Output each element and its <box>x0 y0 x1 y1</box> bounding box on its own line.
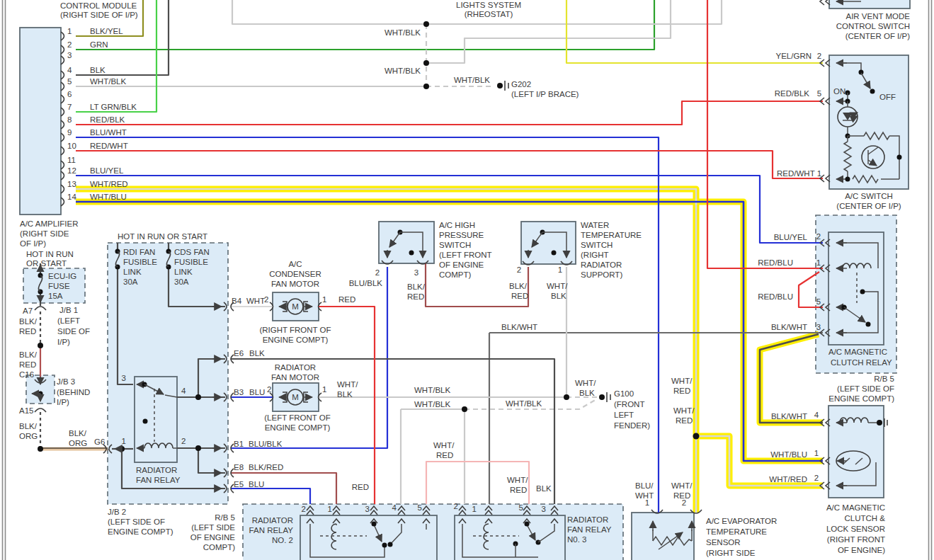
label-blkred-b1: BLK/ <box>509 282 528 290</box>
label-g100-4: FENDER) <box>614 421 650 430</box>
label-e8: E8 <box>234 463 244 472</box>
label-rdi-2: FUSIBLE <box>123 258 157 266</box>
label-whtblk-d2: BLK <box>337 390 353 399</box>
label-fanrelay-2: FAN RELAY <box>136 476 181 484</box>
label-blublk-lbl: BLU/BLK <box>349 279 383 287</box>
label-cr-name1: A/C MAGNETIC <box>828 348 887 356</box>
label-rb5l-2: (LEFT SIDE <box>191 523 235 532</box>
label-r3-p5: 5 <box>519 503 523 512</box>
module-pin-number-7: 7 <box>67 103 72 111</box>
label-cds-1: CDS FAN <box>174 248 210 256</box>
label-r3-p1: 1 <box>472 505 477 513</box>
label-whtblk-h: WHT/BLK <box>506 399 542 408</box>
label-a15: A15 <box>19 406 33 415</box>
label-r3-p3: 3 <box>542 505 546 513</box>
label-rad-m: M <box>292 393 299 401</box>
label-a7: A7 <box>23 307 33 315</box>
label-evap-3: SENSOR <box>706 538 741 547</box>
label-cr-p5: 5 <box>816 297 821 306</box>
label-hp-2: PRESSURE <box>439 231 484 239</box>
label-b3-blu: BLU <box>249 388 265 396</box>
label-fr-p1: 1 <box>122 437 126 445</box>
label-jb3-1: J/B 3 <box>57 377 75 386</box>
label-whtblk-d1: WHT/ <box>337 380 358 389</box>
label-rb5l-4: COMPT) <box>203 543 236 552</box>
label-whtblk-i2: BLK <box>579 389 595 397</box>
wiring-diagram-page: CONTROL MODULE(RIGHT SIDE OF I/P)LIGHTS … <box>0 0 934 560</box>
label-bluyel: BLU/YEL <box>774 233 808 241</box>
label-g6: G6 <box>94 438 105 446</box>
module-pin-label-14: WHT/BLU <box>90 193 127 201</box>
module-pin-number-1: 1 <box>67 27 72 35</box>
g100-ground-icon <box>599 394 605 400</box>
label-control-module-1: CONTROL MODULE <box>60 1 137 10</box>
label-c16: C16 <box>19 370 34 379</box>
label-rad-loc2: ENGINE COMPT) <box>265 423 331 432</box>
module-pin-number-13: 13 <box>67 180 76 188</box>
module-pin-label-9: BLU/WHT <box>90 128 127 137</box>
label-whtblk-e1: WHT/ <box>547 282 568 290</box>
label-cond-p1: 1 <box>322 295 326 304</box>
label-rad-loc1: (LEFT FRONT OF <box>264 413 331 422</box>
wiring-diagram-canvas: CONTROL MODULE(RIGHT SIDE OF I/P)LIGHTS … <box>0 0 934 560</box>
label-relay2-1: RADIATOR <box>252 516 293 525</box>
label-whtred-b2: RED <box>676 416 693 425</box>
label-blkwht-lbl2: BLK/WHT <box>771 323 807 331</box>
ac-switch-box <box>829 55 909 189</box>
wire-blk-wht-hl <box>760 334 823 423</box>
label-blkred-a1: BLK/ <box>407 282 426 291</box>
label-whtred-c2: RED <box>436 451 453 459</box>
label-cond-m: M <box>292 302 299 311</box>
label-yelgrn: YEL/GRN <box>776 52 812 60</box>
module-pin-label-7: LT GRN/BLK <box>90 103 137 111</box>
label-g202-loc: (LEFT I/P BRACE) <box>511 90 579 98</box>
label-evap-4: (RIGHT SIDE <box>706 549 756 557</box>
label-acamp-1: A/C AMPLIFIER <box>20 219 78 228</box>
label-rdi-3: LINK <box>123 268 142 276</box>
label-blkwht-lbl1: BLK/WHT <box>501 323 537 331</box>
label-whtblk-g: WHT/BLK <box>414 400 450 408</box>
label-acswitch-1: A/C SWITCH <box>845 192 893 200</box>
label-cds-4: 30A <box>174 278 189 286</box>
label-whtred-d2: RED <box>510 486 527 494</box>
label-ls-4: (RIGHT FRONT <box>827 535 885 544</box>
label-redblu-b: RED/BLU <box>758 292 793 301</box>
label-ecuig-2: FUSE <box>48 282 70 290</box>
label-ls-p4: 4 <box>814 411 819 419</box>
label-relay2-3: NO. 2 <box>272 536 293 544</box>
label-whtred-a1: WHT/ <box>671 377 693 385</box>
label-control-module-2: (RIGHT SIDE OF I/P) <box>60 11 138 19</box>
relay-no2-inner-box <box>300 515 437 560</box>
module-pin-number-10: 10 <box>67 142 76 150</box>
label-acamp-3: OF I/P) <box>20 239 46 248</box>
module-pin-label-10: RED/WHT <box>90 142 128 150</box>
label-evap-2: TEMPERATURE <box>706 527 767 536</box>
label-wt-1: WATER <box>581 221 609 229</box>
label-cds-2: FUSIBLE <box>174 258 208 266</box>
label-blkred2-2: RED <box>19 360 36 369</box>
label-b4: B4 <box>232 297 242 305</box>
label-fr-p3: 3 <box>122 374 126 382</box>
module-pin-label-13: WHT/RED <box>90 180 128 188</box>
label-whtblk-a: WHT/BLK <box>385 28 421 37</box>
label-airvent-2: CONTROL SWITCH <box>836 22 910 30</box>
label-evap-p2: 2 <box>682 498 686 507</box>
label-whtred-c1: WHT/ <box>433 441 455 450</box>
label-evap-p1: 1 <box>645 498 649 507</box>
label-b4-2: 2 <box>264 295 268 304</box>
water-temp-switch-box <box>521 222 576 264</box>
evaporator-sensor-box <box>632 513 694 560</box>
label-relay2-2: FAN RELAY <box>249 526 294 535</box>
label-ls-p2: 2 <box>814 474 819 482</box>
label-on: ON <box>833 87 845 96</box>
label-blkred2-1: BLK/ <box>19 350 38 359</box>
label-wt-6: SUPPORT) <box>581 270 622 279</box>
label-whtblk-b: WHT/BLK <box>385 67 421 75</box>
module-pin-number-6: 6 <box>67 90 72 98</box>
label-cds-3: LINK <box>174 268 193 276</box>
label-cond-1: A/C <box>288 260 302 268</box>
label-wt-p1: 1 <box>558 265 562 274</box>
label-redblk-lbl: RED/BLK <box>775 89 810 98</box>
module-pin-number-4: 4 <box>67 66 72 74</box>
module-pin-number-9: 9 <box>67 128 72 137</box>
